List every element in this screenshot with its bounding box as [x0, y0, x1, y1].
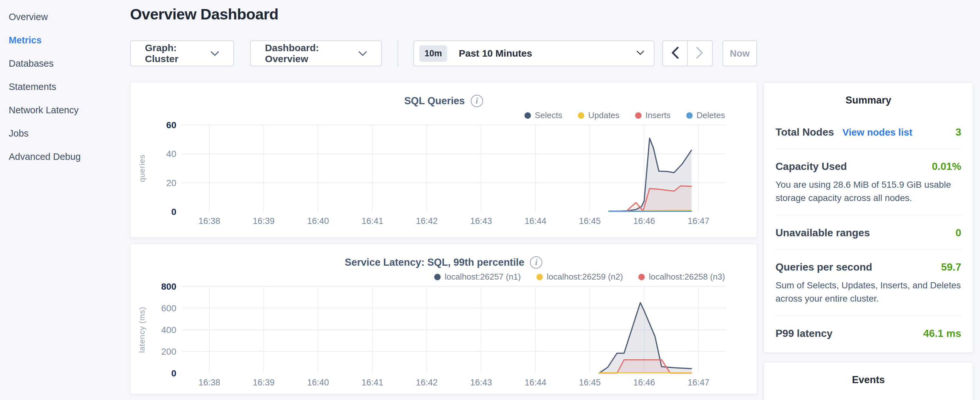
svg-text:60: 60 [166, 121, 176, 130]
svg-text:200: 200 [161, 347, 176, 357]
legend-dot-icon [536, 274, 543, 280]
summary-panel: Summary Total Nodes View nodes list 3 Ca… [764, 83, 973, 353]
capacity-used-value: 0.01% [932, 161, 961, 172]
svg-text:16:39: 16:39 [253, 216, 275, 226]
time-window-label: Past 10 Minutes [459, 48, 625, 59]
summary-row-capacity: Capacity Used 0.01% [776, 161, 961, 172]
legend-item-deletes[interactable]: Deletes [686, 110, 725, 120]
dashboard-dropdown[interactable]: Dashboard: Overview [250, 40, 382, 66]
svg-text:16:47: 16:47 [687, 378, 710, 387]
chevron-down-icon [211, 48, 219, 59]
sidebar-item-statements[interactable]: Statements [0, 75, 130, 98]
sidebar-item-network-latency[interactable]: Network Latency [0, 98, 130, 122]
sql-queries-title-row: SQL Queries i [130, 95, 757, 107]
summary-row-unavailable-ranges: Unavailable ranges 0 [776, 227, 961, 239]
svg-text:latency (ms): latency (ms) [137, 307, 146, 353]
chevron-left-icon [671, 46, 679, 61]
p99-latency-label: P99 latency [776, 328, 832, 339]
service-latency-chart[interactable]: 020040060080016:3816:3916:4016:4116:4216… [130, 282, 757, 389]
sql-queries-chart[interactable]: 020406016:3816:3916:4016:4116:4216:4316:… [130, 121, 757, 228]
summary-divider [776, 148, 961, 149]
svg-text:16:39: 16:39 [253, 378, 275, 387]
legend-dot-icon [525, 112, 531, 119]
legend-label: Selects [535, 110, 562, 120]
events-title: Events [776, 374, 961, 386]
svg-text:400: 400 [161, 325, 176, 335]
sidebar: Overview Metrics Databases Statements Ne… [0, 0, 130, 400]
graph-scope-dropdown[interactable]: Graph: Cluster [130, 40, 234, 66]
svg-text:16:44: 16:44 [525, 216, 546, 226]
summary-row-total-nodes: Total Nodes View nodes list 3 [776, 126, 961, 138]
svg-text:40: 40 [166, 149, 176, 159]
events-panel: Events Schema Change Completed: Schema c… [764, 362, 973, 400]
right-sidebar: Summary Total Nodes View nodes list 3 Ca… [764, 0, 973, 400]
svg-text:20: 20 [166, 178, 176, 188]
legend-item-localhost-26257-n1-[interactable]: localhost:26257 (n1) [434, 272, 521, 282]
legend-item-updates[interactable]: Updates [578, 110, 620, 120]
svg-text:16:38: 16:38 [198, 378, 220, 387]
svg-text:800: 800 [161, 282, 176, 292]
legend-dot-icon [686, 112, 693, 119]
capacity-used-description: You are using 28.6 MiB of 515.9 GiB usab… [776, 178, 961, 204]
summary-row-qps: Queries per second 59.7 [776, 261, 961, 273]
chart-title: Service Latency: SQL, 99th percentile [345, 257, 525, 268]
summary-row-p99: P99 latency 46.1 ms [776, 328, 961, 339]
svg-text:16:45: 16:45 [579, 216, 601, 226]
sidebar-item-jobs[interactable]: Jobs [0, 122, 130, 145]
legend-dot-icon [578, 112, 584, 119]
svg-text:600: 600 [161, 303, 176, 313]
svg-text:16:43: 16:43 [470, 378, 492, 387]
sidebar-item-databases[interactable]: Databases [0, 52, 130, 75]
svg-text:16:44: 16:44 [525, 378, 546, 387]
legend-label: localhost:26258 (n3) [649, 272, 725, 282]
time-range-dropdown[interactable]: 10m Past 10 Minutes [414, 40, 654, 66]
service-latency-title-row: Service Latency: SQL, 99th percentile i [130, 256, 757, 269]
unavailable-ranges-label: Unavailable ranges [776, 227, 870, 239]
time-back-button[interactable] [662, 40, 687, 66]
sql-queries-card: SQL Queries i SelectsUpdatesInsertsDelet… [130, 82, 757, 237]
svg-text:16:46: 16:46 [633, 216, 655, 226]
sql-queries-legend: SelectsUpdatesInsertsDeletes [130, 110, 725, 120]
legend-dot-icon [638, 274, 645, 280]
legend-item-inserts[interactable]: Inserts [635, 110, 671, 120]
unavailable-ranges-value: 0 [955, 227, 961, 239]
now-button[interactable]: Now [722, 40, 757, 66]
svg-text:16:42: 16:42 [416, 216, 438, 226]
legend-label: localhost:26259 (n2) [547, 272, 623, 282]
time-window-badge: 10m [419, 45, 447, 62]
main-content: Overview Dashboard Graph: Cluster Dashbo… [130, 0, 757, 400]
legend-label: Inserts [646, 110, 671, 120]
svg-text:queries: queries [137, 155, 146, 182]
svg-text:16:45: 16:45 [579, 378, 601, 387]
svg-text:16:46: 16:46 [633, 378, 655, 387]
summary-divider [776, 316, 961, 316]
time-forward-button[interactable] [687, 40, 713, 66]
svg-text:16:43: 16:43 [470, 216, 492, 226]
total-nodes-label: Total Nodes [776, 126, 834, 138]
sidebar-item-metrics[interactable]: Metrics [0, 29, 130, 52]
legend-label: localhost:26257 (n1) [445, 272, 521, 282]
info-icon[interactable]: i [530, 256, 542, 269]
svg-text:0: 0 [171, 207, 176, 217]
legend-item-localhost-26258-n3-[interactable]: localhost:26258 (n3) [638, 272, 725, 282]
chevron-down-icon [358, 48, 367, 59]
page-title: Overview Dashboard [130, 5, 757, 23]
sidebar-item-advanced-debug[interactable]: Advanced Debug [0, 145, 130, 168]
capacity-used-label: Capacity Used [776, 161, 847, 172]
sidebar-item-overview[interactable]: Overview [0, 5, 130, 29]
info-icon[interactable]: i [471, 95, 483, 107]
legend-dot-icon [635, 112, 641, 119]
legend-label: Updates [588, 110, 620, 120]
legend-item-selects[interactable]: Selects [525, 110, 562, 120]
chart-title: SQL Queries [404, 95, 465, 107]
chevron-right-icon [695, 46, 704, 61]
summary-divider [776, 249, 961, 250]
svg-text:16:41: 16:41 [361, 378, 383, 387]
svg-text:16:40: 16:40 [307, 216, 329, 226]
svg-text:16:41: 16:41 [361, 216, 383, 226]
legend-item-localhost-26259-n2-[interactable]: localhost:26259 (n2) [536, 272, 623, 282]
svg-text:16:42: 16:42 [416, 378, 438, 387]
legend-label: Deletes [697, 110, 725, 120]
view-nodes-list-link[interactable]: View nodes list [843, 127, 912, 138]
controls-bar: Graph: Cluster Dashboard: Overview 10m P… [130, 40, 757, 66]
